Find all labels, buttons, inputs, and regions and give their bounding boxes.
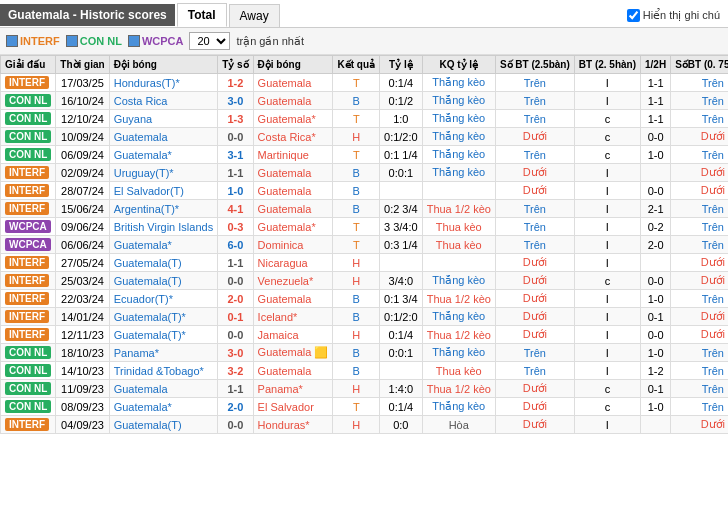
cell-doi2[interactable]: Guatemala* — [253, 218, 333, 236]
cell-kq: B — [333, 308, 380, 326]
cell-tiso: 1-1 — [218, 254, 253, 272]
cell-giauthau: INTERF — [1, 182, 56, 200]
cell-half: 1-0 — [641, 290, 671, 308]
cell-doi1[interactable]: Guatemala* — [109, 398, 217, 416]
cell-doi2[interactable]: El Salvador — [253, 398, 333, 416]
cell-sobt: Trên — [495, 92, 574, 110]
cell-bt75: Trên — [671, 380, 728, 398]
cell-doi1[interactable]: Panama* — [109, 344, 217, 362]
cell-doi2[interactable]: Costa Rica* — [253, 128, 333, 146]
cell-kqtyle: Thua kèo — [422, 218, 495, 236]
cell-doi1[interactable]: Guatemala(T)* — [109, 308, 217, 326]
table-row: INTERF 27/05/24 Guatemala(T) 1-1 Nicarag… — [1, 254, 729, 272]
cell-doi2[interactable]: Guatemala — [253, 92, 333, 110]
cell-kq: T — [333, 398, 380, 416]
cell-doi1[interactable]: El Salvador(T) — [109, 182, 217, 200]
scores-table-container: Giải đấu Thời gian Đội bóng Tỷ số Đội bó… — [0, 55, 728, 434]
cell-doi2[interactable]: Venezuela* — [253, 272, 333, 290]
cell-doi2[interactable]: Martinique — [253, 146, 333, 164]
cell-doi1[interactable]: Uruguay(T)* — [109, 164, 217, 182]
cell-half: 0-0 — [641, 272, 671, 290]
count-select[interactable]: 10 15 20 25 30 — [189, 32, 230, 50]
badge-wcpca: WCPCA — [5, 220, 51, 233]
cell-tyle: 0:2 3/4 — [380, 200, 423, 218]
filter-wcpca[interactable]: WCPCA — [128, 35, 184, 47]
badge-interf: INTERF — [5, 328, 49, 341]
cell-kq: B — [333, 290, 380, 308]
show-notes-toggle[interactable]: Hiển thị ghi chú — [627, 9, 720, 22]
cell-tyle: 0:1/4 — [380, 326, 423, 344]
tab-total[interactable]: Total — [177, 3, 227, 27]
cell-doi1[interactable]: Costa Rica — [109, 92, 217, 110]
cell-doi2[interactable]: Iceland* — [253, 308, 333, 326]
cell-thoigian: 12/11/23 — [56, 326, 109, 344]
cell-sobt: Dưới — [495, 380, 574, 398]
cell-thoigian: 28/07/24 — [56, 182, 109, 200]
badge-connl: CON NL — [5, 346, 51, 359]
cell-doi1[interactable]: Argentina(T)* — [109, 200, 217, 218]
badge-connl: CON NL — [5, 382, 51, 395]
cell-giauthau: INTERF — [1, 290, 56, 308]
cell-doi2[interactable]: Panama* — [253, 380, 333, 398]
cell-half: 0-2 — [641, 218, 671, 236]
cell-doi1[interactable]: Guyana — [109, 110, 217, 128]
cell-tyle — [380, 362, 423, 380]
cell-giauthau: INTERF — [1, 308, 56, 326]
cell-doi1[interactable]: Guatemala(T) — [109, 254, 217, 272]
cell-sobt: Dưới — [495, 272, 574, 290]
cell-kqtyle: Thắng kèo — [422, 344, 495, 362]
cell-kq: T — [333, 146, 380, 164]
tab-away[interactable]: Away — [229, 4, 280, 27]
cell-kq: B — [333, 164, 380, 182]
cell-bt75: Trên — [671, 200, 728, 218]
cell-thoigian: 11/09/23 — [56, 380, 109, 398]
cell-bthan: I — [574, 308, 640, 326]
filter-interf[interactable]: INTERF — [6, 35, 60, 47]
cell-bt75: Trên — [671, 236, 728, 254]
cell-doi1[interactable]: Guatemala — [109, 128, 217, 146]
cell-bthan: I — [574, 218, 640, 236]
cell-tyle — [380, 254, 423, 272]
filter-connl[interactable]: CON NL — [66, 35, 122, 47]
cell-doi2[interactable]: Jamaica — [253, 326, 333, 344]
cell-doi2[interactable]: Guatemala 🟨 — [253, 344, 333, 362]
cell-doi2[interactable]: Guatemala — [253, 164, 333, 182]
cell-kq: B — [333, 92, 380, 110]
cell-thoigian: 04/09/23 — [56, 416, 109, 434]
cell-bthan: I — [574, 344, 640, 362]
cell-bthan: I — [574, 74, 640, 92]
cell-doi2[interactable]: Guatemala — [253, 362, 333, 380]
cell-doi2[interactable]: Nicaragua — [253, 254, 333, 272]
cell-doi1[interactable]: British Virgin Islands — [109, 218, 217, 236]
cell-doi2[interactable]: Honduras* — [253, 416, 333, 434]
cell-kq: B — [333, 362, 380, 380]
cell-tiso: 4-1 — [218, 200, 253, 218]
cell-doi2[interactable]: Guatemala — [253, 182, 333, 200]
cell-doi1[interactable]: Guatemala(T) — [109, 272, 217, 290]
cell-bthan: I — [574, 416, 640, 434]
cell-doi1[interactable]: Guatemala* — [109, 236, 217, 254]
cell-doi2[interactable]: Guatemala — [253, 200, 333, 218]
cell-giauthau: CON NL — [1, 398, 56, 416]
cell-doi1[interactable]: Guatemala* — [109, 146, 217, 164]
show-notes-checkbox[interactable] — [627, 9, 640, 22]
cell-doi2[interactable]: Guatemala — [253, 290, 333, 308]
cell-doi1[interactable]: Guatemala — [109, 380, 217, 398]
cell-doi1[interactable]: Guatemala(T)* — [109, 326, 217, 344]
col-header-half: 1/2H — [641, 56, 671, 74]
cell-kqtyle: Hòa — [422, 416, 495, 434]
cell-sobt: Dưới — [495, 290, 574, 308]
cell-tiso: 0-0 — [218, 128, 253, 146]
col-header-thoigian: Thời gian — [56, 56, 109, 74]
cell-tiso: 2-0 — [218, 290, 253, 308]
cell-doi1[interactable]: Trinidad &Tobago* — [109, 362, 217, 380]
cell-doi2[interactable]: Dominica — [253, 236, 333, 254]
cell-half: 1-0 — [641, 398, 671, 416]
cell-doi1[interactable]: Guatemala(T) — [109, 416, 217, 434]
cell-doi2[interactable]: Guatemala* — [253, 110, 333, 128]
cell-doi1[interactable]: Ecuador(T)* — [109, 290, 217, 308]
cell-giauthau: CON NL — [1, 146, 56, 164]
cell-doi1[interactable]: Honduras(T)* — [109, 74, 217, 92]
cell-kqtyle: Thắng kèo — [422, 164, 495, 182]
cell-doi2[interactable]: Guatemala — [253, 74, 333, 92]
